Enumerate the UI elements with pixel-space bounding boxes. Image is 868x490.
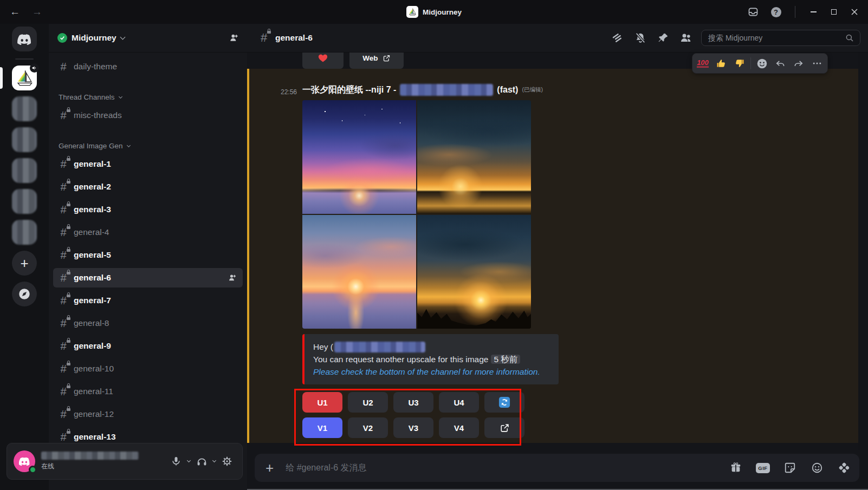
sidebar-channel[interactable]: general-9 xyxy=(53,336,243,356)
image-panel-4[interactable] xyxy=(417,215,531,329)
sidebar-row[interactable]: general-8 general-8 xyxy=(53,313,243,333)
web-button[interactable]: Web xyxy=(349,53,404,69)
threads-icon[interactable] xyxy=(611,31,624,44)
sidebar-channel[interactable]: general-11 xyxy=(53,382,243,401)
message-input[interactable] xyxy=(284,462,729,473)
sidebar-row[interactable]: general-4 general-4 xyxy=(53,223,243,242)
lock-badge-icon xyxy=(67,158,70,161)
microphone-icon[interactable] xyxy=(170,455,183,468)
upscale-u2-button[interactable]: U2 xyxy=(348,392,388,413)
invite-member-icon[interactable] xyxy=(228,273,237,283)
more-button[interactable] xyxy=(808,55,826,72)
server-icon-blurred[interactable] xyxy=(12,127,37,152)
sidebar-row[interactable]: general-3 general-3 xyxy=(53,200,243,219)
reaction-thumbs-down-button[interactable] xyxy=(730,55,749,72)
heart-reaction-button[interactable] xyxy=(302,53,344,69)
composer[interactable]: + GIF xyxy=(255,454,859,482)
attach-plus-icon[interactable]: + xyxy=(265,461,274,475)
sidebar-row[interactable]: general-10 general-10 xyxy=(53,359,243,378)
pin-icon[interactable] xyxy=(657,31,670,44)
sticker-icon[interactable] xyxy=(783,461,796,474)
inbox-icon[interactable] xyxy=(744,4,762,20)
server-icon-blurred[interactable] xyxy=(12,189,37,214)
apps-icon[interactable] xyxy=(838,461,851,474)
members-icon[interactable] xyxy=(679,31,692,44)
sidebar-channel[interactable]: general-5 xyxy=(53,245,243,265)
discord-home-button[interactable] xyxy=(12,27,37,51)
add-server-button[interactable]: + xyxy=(12,251,37,276)
sidebar-channel[interactable]: daily-theme xyxy=(53,57,243,76)
search-input[interactable] xyxy=(707,33,845,43)
sidebar-row[interactable]: General Image Gen General Image Gen xyxy=(53,133,243,154)
minimize-button[interactable] xyxy=(805,4,821,20)
category-label: General Image Gen xyxy=(59,142,123,150)
invite-people-icon[interactable] xyxy=(229,32,239,43)
server-icon-blurred[interactable] xyxy=(12,220,37,245)
emoji-icon[interactable] xyxy=(811,461,824,474)
sidebar-row[interactable]: Thread Channels Thread Channels xyxy=(53,84,243,106)
variation-v2-button[interactable]: V2 xyxy=(348,417,388,438)
upscale-u1-button[interactable]: U1 xyxy=(302,392,342,413)
reply-button[interactable] xyxy=(771,55,789,72)
sidebar-channel[interactable]: general-7 xyxy=(53,291,243,310)
sidebar-channel[interactable]: misc-threads xyxy=(53,106,243,125)
variation-v1-button[interactable]: V1 xyxy=(302,417,342,438)
sidebar-row[interactable]: general-5 general-5 xyxy=(53,245,243,265)
avatar[interactable] xyxy=(14,450,35,472)
forward-button[interactable]: → xyxy=(32,6,42,18)
sidebar-channel[interactable]: general-12 xyxy=(53,404,243,424)
sidebar-category[interactable]: Thread Channels xyxy=(59,93,122,101)
server-rail: + xyxy=(0,24,49,490)
variation-v3-button[interactable]: V3 xyxy=(393,417,433,438)
maximize-button[interactable] xyxy=(826,4,842,20)
image-panel-2[interactable] xyxy=(417,100,531,214)
chat-scrollbar[interactable] xyxy=(858,53,868,450)
server-header[interactable]: Midjourney xyxy=(49,24,247,53)
chevron-down-icon[interactable] xyxy=(187,459,191,462)
embed-info-link[interactable]: Please check the bottom of the channel f… xyxy=(313,365,550,378)
variation-v4-button[interactable]: V4 xyxy=(439,417,479,438)
forward-button[interactable] xyxy=(789,55,808,72)
search-box[interactable] xyxy=(701,30,860,46)
sidebar-channel[interactable]: general-4 xyxy=(53,223,243,242)
chevron-down-icon[interactable] xyxy=(212,459,216,462)
add-reaction-button[interactable] xyxy=(753,55,771,72)
help-icon[interactable]: ? xyxy=(767,4,785,20)
upscale-u4-button[interactable]: U4 xyxy=(439,392,479,413)
sidebar-row[interactable]: general-2 general-2 xyxy=(53,177,243,197)
server-icon-midjourney[interactable] xyxy=(12,66,37,90)
sidebar-row[interactable]: daily-theme daily-theme xyxy=(53,57,243,76)
open-link-button[interactable] xyxy=(484,417,524,438)
sidebar-row[interactable]: general-11 general-11 xyxy=(53,382,243,401)
close-button[interactable] xyxy=(846,4,863,20)
settings-button[interactable] xyxy=(221,455,234,468)
sidebar-row[interactable]: general-9 general-9 xyxy=(53,336,243,356)
sidebar-channel[interactable]: general-1 xyxy=(53,154,243,174)
sidebar-channel[interactable]: general-2 xyxy=(53,177,243,197)
rerun-button[interactable] xyxy=(484,392,524,413)
sidebar-row[interactable]: general-1 general-1 xyxy=(53,154,243,174)
sidebar-row[interactable]: general-6 general-6 xyxy=(53,268,243,288)
image-panel-3[interactable] xyxy=(302,215,416,329)
sidebar-channel[interactable]: general-6 xyxy=(53,268,243,288)
gif-icon[interactable]: GIF xyxy=(756,461,769,474)
sidebar-channel[interactable]: general-8 xyxy=(53,313,243,333)
headphones-icon[interactable] xyxy=(195,455,208,468)
server-icon-blurred[interactable] xyxy=(12,96,37,121)
back-button[interactable]: ← xyxy=(10,6,20,18)
sidebar-channel[interactable]: general-3 xyxy=(53,200,243,219)
gift-icon[interactable] xyxy=(729,461,742,474)
sidebar-row[interactable]: misc-threads misc-threads xyxy=(53,106,243,125)
explore-servers-button[interactable] xyxy=(12,282,37,306)
upscale-u3-button[interactable]: U3 xyxy=(393,392,433,413)
reaction-thumbs-up-button[interactable] xyxy=(712,55,730,72)
notifications-muted-icon[interactable] xyxy=(634,31,647,44)
image-grid[interactable] xyxy=(302,100,531,329)
reaction-hundred-button[interactable]: 100 xyxy=(694,55,712,72)
server-icon-blurred[interactable] xyxy=(12,158,37,183)
image-panel-1[interactable] xyxy=(302,100,416,214)
sidebar-row[interactable]: general-7 general-7 xyxy=(53,291,243,310)
sidebar-channel[interactable]: general-10 xyxy=(53,359,243,378)
sidebar-category[interactable]: General Image Gen xyxy=(59,142,130,150)
sidebar-row[interactable]: general-12 general-12 xyxy=(53,404,243,424)
